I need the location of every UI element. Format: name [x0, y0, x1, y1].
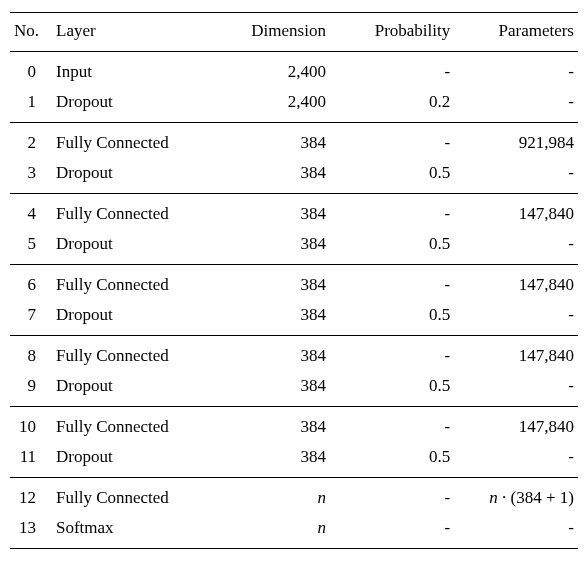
cell-no: 4: [10, 194, 52, 230]
header-parameters: Parameters: [456, 13, 578, 52]
cell-layer: Dropout: [52, 300, 217, 336]
cell-dimension: 384: [217, 371, 344, 407]
cell-probability: -: [344, 407, 456, 443]
cell-layer: Dropout: [52, 158, 217, 194]
table-row: 3Dropout3840.5-: [10, 158, 578, 194]
cell-dimension: n: [217, 513, 344, 549]
cell-dimension: 384: [217, 194, 344, 230]
cell-layer: Fully Connected: [52, 336, 217, 372]
cell-no: 7: [10, 300, 52, 336]
cell-parameters: -: [456, 300, 578, 336]
cell-no: 11: [10, 442, 52, 478]
table-row: 7Dropout3840.5-: [10, 300, 578, 336]
cell-dimension: 384: [217, 265, 344, 301]
cell-parameters: -: [456, 52, 578, 88]
cell-probability: -: [344, 52, 456, 88]
header-layer: Layer: [52, 13, 217, 52]
table-row: 5Dropout3840.5-: [10, 229, 578, 265]
cell-dimension: 384: [217, 300, 344, 336]
cell-parameters: -: [456, 229, 578, 265]
cell-probability: 0.5: [344, 442, 456, 478]
cell-parameters: 147,840: [456, 265, 578, 301]
cell-probability: 0.5: [344, 158, 456, 194]
cell-parameters: 147,840: [456, 194, 578, 230]
cell-probability: -: [344, 265, 456, 301]
cell-layer: Fully Connected: [52, 265, 217, 301]
table-row: 11Dropout3840.5-: [10, 442, 578, 478]
cell-dimension: 384: [217, 336, 344, 372]
cell-layer: Dropout: [52, 87, 217, 123]
cell-dimension: 384: [217, 158, 344, 194]
cell-probability: -: [344, 513, 456, 549]
cell-dimension: 384: [217, 442, 344, 478]
cell-layer: Fully Connected: [52, 407, 217, 443]
cell-dimension: 384: [217, 123, 344, 159]
cell-no: 10: [10, 407, 52, 443]
cell-probability: -: [344, 123, 456, 159]
header-probability: Probability: [344, 13, 456, 52]
table-row: 0Input2,400--: [10, 52, 578, 88]
cell-layer: Dropout: [52, 229, 217, 265]
cell-layer: Fully Connected: [52, 123, 217, 159]
cell-no: 2: [10, 123, 52, 159]
cell-parameters: 147,840: [456, 336, 578, 372]
cell-no: 8: [10, 336, 52, 372]
cell-no: 9: [10, 371, 52, 407]
cell-probability: 0.5: [344, 229, 456, 265]
table-row: 10Fully Connected384-147,840: [10, 407, 578, 443]
table-row: 2Fully Connected384-921,984: [10, 123, 578, 159]
cell-parameters: -: [456, 371, 578, 407]
cell-parameters: -: [456, 513, 578, 549]
cell-probability: 0.2: [344, 87, 456, 123]
table-row: 4Fully Connected384-147,840: [10, 194, 578, 230]
cell-dimension: 384: [217, 229, 344, 265]
cell-probability: -: [344, 194, 456, 230]
cell-probability: 0.5: [344, 300, 456, 336]
table-body: 0Input2,400--1Dropout2,4000.2-2Fully Con…: [10, 52, 578, 549]
header-row: No. Layer Dimension Probability Paramete…: [10, 13, 578, 52]
cell-dimension: 2,400: [217, 52, 344, 88]
cell-no: 6: [10, 265, 52, 301]
cell-layer: Input: [52, 52, 217, 88]
cell-probability: -: [344, 336, 456, 372]
table-row: 8Fully Connected384-147,840: [10, 336, 578, 372]
cell-layer: Dropout: [52, 442, 217, 478]
header-dimension: Dimension: [217, 13, 344, 52]
cell-no: 12: [10, 478, 52, 514]
cell-no: 0: [10, 52, 52, 88]
cell-parameters: n · (384 + 1): [456, 478, 578, 514]
cell-probability: -: [344, 478, 456, 514]
layer-table: No. Layer Dimension Probability Paramete…: [10, 12, 578, 549]
cell-dimension: n: [217, 478, 344, 514]
cell-no: 3: [10, 158, 52, 194]
cell-no: 13: [10, 513, 52, 549]
cell-no: 1: [10, 87, 52, 123]
table-row: 1Dropout2,4000.2-: [10, 87, 578, 123]
cell-parameters: 921,984: [456, 123, 578, 159]
cell-layer: Fully Connected: [52, 194, 217, 230]
table-row: 13Softmaxn--: [10, 513, 578, 549]
cell-dimension: 2,400: [217, 87, 344, 123]
cell-parameters: -: [456, 158, 578, 194]
table-row: 6Fully Connected384-147,840: [10, 265, 578, 301]
header-no: No.: [10, 13, 52, 52]
cell-parameters: 147,840: [456, 407, 578, 443]
cell-layer: Softmax: [52, 513, 217, 549]
cell-parameters: -: [456, 87, 578, 123]
table-row: 9Dropout3840.5-: [10, 371, 578, 407]
cell-probability: 0.5: [344, 371, 456, 407]
cell-layer: Dropout: [52, 371, 217, 407]
cell-dimension: 384: [217, 407, 344, 443]
cell-parameters: -: [456, 442, 578, 478]
cell-no: 5: [10, 229, 52, 265]
cell-layer: Fully Connected: [52, 478, 217, 514]
table-row: 12Fully Connectedn-n · (384 + 1): [10, 478, 578, 514]
